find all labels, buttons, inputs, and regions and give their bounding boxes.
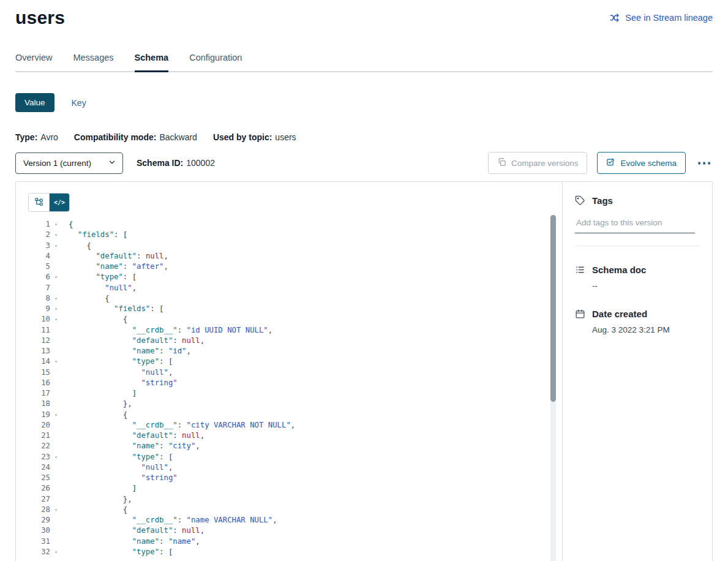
code-line: "name": "city", xyxy=(69,441,295,451)
tab-schema[interactable]: Schema xyxy=(135,53,169,72)
fold-toggle-icon[interactable]: ▾ xyxy=(50,505,62,515)
fold-toggle-icon[interactable]: ▾ xyxy=(50,356,62,367)
fold-spacer xyxy=(50,515,62,525)
fold-spacer xyxy=(50,420,62,431)
tab-configuration[interactable]: Configuration xyxy=(189,53,242,71)
schema-doc-heading: Schema doc xyxy=(575,265,700,275)
code-line: { xyxy=(69,505,295,515)
schema-meta-row: Type:Avro Compatibility mode:Backward Us… xyxy=(15,132,713,142)
type-meta: Type:Avro xyxy=(15,132,58,142)
date-created-heading-label: Date created xyxy=(592,309,647,319)
evolve-schema-button[interactable]: Evolve schema xyxy=(597,152,686,174)
fold-toggle-icon[interactable]: ▾ xyxy=(50,219,62,230)
fold-toggle-icon[interactable]: ▾ xyxy=(50,272,62,282)
fold-spacer xyxy=(50,473,62,483)
line-number: 31 xyxy=(16,537,50,547)
stream-lineage-label: See in Stream lineage xyxy=(625,13,713,23)
line-number: 1 xyxy=(16,219,50,230)
value-schema-button[interactable]: Value xyxy=(15,93,54,112)
tab-messages[interactable]: Messages xyxy=(73,53,113,71)
fold-spacer xyxy=(50,346,62,356)
line-number: 19 xyxy=(16,410,50,420)
schema-type-toggle: Value Key xyxy=(15,93,713,112)
tags-heading: Tags xyxy=(575,195,700,206)
overflow-menu-button[interactable]: ⋯ xyxy=(696,160,713,166)
version-select[interactable]: Version 1 (current) xyxy=(15,152,123,174)
line-number: 12 xyxy=(16,336,50,346)
line-number: 20 xyxy=(16,420,50,431)
schema-id: Schema ID:100002 xyxy=(137,158,215,168)
line-number: 15 xyxy=(16,367,50,378)
topic-label: Used by topic: xyxy=(213,132,272,142)
fold-toggle-icon[interactable]: ▾ xyxy=(50,304,62,314)
key-schema-button[interactable]: Key xyxy=(72,98,86,108)
code-line: { xyxy=(69,293,295,304)
date-created-value: Aug. 3 2022 3:21 PM xyxy=(592,325,700,334)
compare-icon xyxy=(497,157,506,168)
compare-versions-button[interactable]: Compare versions xyxy=(488,152,588,174)
code-line: "fields": [ xyxy=(69,304,295,314)
line-number: 2 xyxy=(16,230,50,240)
version-select-value: Version 1 (current) xyxy=(23,159,91,168)
compatibility-label: Compatibility mode: xyxy=(74,132,157,142)
code-line: "null", xyxy=(69,283,295,293)
fold-spacer xyxy=(50,399,62,409)
topic-meta: Used by topic:users xyxy=(213,132,296,142)
code-line: { xyxy=(69,241,295,251)
tree-view-button[interactable] xyxy=(29,194,49,211)
page-header: users See in Stream lineage xyxy=(15,7,713,28)
fold-spacer xyxy=(50,283,62,293)
code-line: "type": [ xyxy=(69,452,295,462)
fold-toggle-icon[interactable]: ▾ xyxy=(50,410,62,420)
schema-controls-row: Version 1 (current) Schema ID:100002 Com… xyxy=(15,152,713,174)
line-number: 22 xyxy=(16,441,50,451)
page-title: users xyxy=(15,7,65,28)
compatibility-value: Backward xyxy=(159,132,197,142)
fold-toggle-icon[interactable]: ▾ xyxy=(50,241,62,251)
code-line: "__crdb__": "id UUID NOT NULL", xyxy=(69,325,295,336)
fold-toggle-icon[interactable]: ▾ xyxy=(50,452,62,462)
line-number: 14 xyxy=(16,356,50,367)
code-view-button[interactable]: </> xyxy=(49,194,69,211)
line-number: 30 xyxy=(16,525,50,536)
line-number: 6 xyxy=(16,272,50,282)
code-line: ] xyxy=(69,483,295,494)
line-number: 3 xyxy=(16,241,50,251)
code-line: "name": "id", xyxy=(69,346,295,356)
evolve-schema-icon xyxy=(606,157,615,168)
line-number: 32 xyxy=(16,547,50,557)
tab-overview[interactable]: Overview xyxy=(15,53,52,71)
stream-lineage-link[interactable]: See in Stream lineage xyxy=(609,12,713,23)
tags-heading-label: Tags xyxy=(592,195,613,206)
fold-spacer xyxy=(50,441,62,451)
topic-link[interactable]: users xyxy=(275,132,296,142)
schema-page: users See in Stream lineage Overview Mes… xyxy=(0,7,728,561)
code-line: "type": [ xyxy=(69,547,295,557)
fold-toggle-icon[interactable]: ▾ xyxy=(50,314,62,325)
type-value: Avro xyxy=(40,132,58,142)
date-created-heading: Date created xyxy=(575,309,700,319)
fold-spacer xyxy=(50,494,62,505)
schema-doc-heading-label: Schema doc xyxy=(592,265,646,275)
line-number: 18 xyxy=(16,399,50,409)
line-number: 5 xyxy=(16,262,50,272)
code-line: "type": [ xyxy=(69,272,295,282)
fold-toggle-icon[interactable]: ▾ xyxy=(50,547,62,557)
schema-actions: Compare versions Evolve schema ⋯ xyxy=(488,152,713,174)
line-number: 10 xyxy=(16,314,50,325)
line-number: 25 xyxy=(16,473,50,483)
line-number: 24 xyxy=(16,462,50,473)
fold-spacer xyxy=(50,262,62,272)
line-number: 11 xyxy=(16,325,50,336)
code-gutter: 1▾2▾3▾456▾78▾9▾10▾11121314▾1516171819▾20… xyxy=(16,219,65,557)
fold-toggle-icon[interactable]: ▾ xyxy=(50,230,62,240)
fold-toggle-icon[interactable]: ▾ xyxy=(50,293,62,304)
add-tags-input[interactable] xyxy=(575,216,695,233)
evolve-schema-label: Evolve schema xyxy=(620,159,677,168)
code-line: "fields": [ xyxy=(69,230,295,240)
scrollbar-thumb[interactable] xyxy=(550,215,556,402)
line-number: 29 xyxy=(16,515,50,525)
tag-icon xyxy=(575,195,585,206)
line-number: 28 xyxy=(16,505,50,515)
code-view-icon: </> xyxy=(54,199,65,206)
